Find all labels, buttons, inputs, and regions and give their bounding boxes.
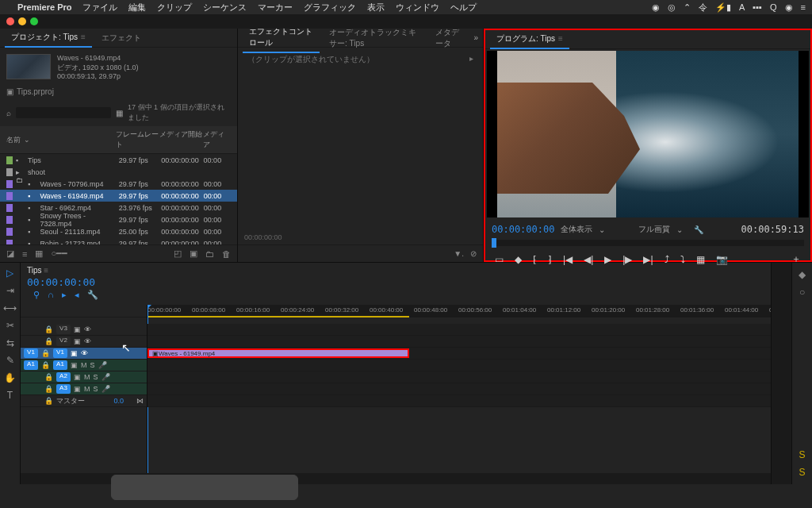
snap-icon[interactable]: ⚲ xyxy=(33,290,40,300)
expand-icon[interactable]: ▸ xyxy=(469,54,473,63)
razor-tool-icon[interactable]: ✂ xyxy=(6,320,14,331)
pen-tool-icon[interactable]: ✎ xyxy=(6,355,14,366)
clip-name: Waves - 61949.mp4 xyxy=(57,54,139,64)
menu-file[interactable]: ファイル xyxy=(82,2,117,13)
project-panel: プロジェクト: Tips≡ エフェクト Waves - 61949.mp4 ビデ… xyxy=(0,29,238,262)
filter-icon[interactable]: ▼. xyxy=(454,249,464,258)
right-sidebar: ◆ ○ S S xyxy=(791,263,812,484)
wrench-icon[interactable]: 🔧 xyxy=(87,290,98,300)
go-out-icon[interactable]: ▶| xyxy=(643,254,653,265)
dropdown-icon[interactable]: ⌄ xyxy=(599,225,605,234)
menu-marker[interactable]: マーカー xyxy=(258,2,293,13)
menu-help[interactable]: ヘルプ xyxy=(450,2,477,13)
wifi-icon[interactable]: 令 xyxy=(699,2,707,13)
go-in-icon[interactable]: |◀ xyxy=(563,254,573,265)
program-timecode-left[interactable]: 00:00:00:00 xyxy=(492,224,554,235)
bin-tool-icon[interactable]: ▦ xyxy=(35,248,43,259)
input-icon[interactable]: A xyxy=(739,2,745,12)
menu-clip[interactable]: クリップ xyxy=(157,2,192,13)
extract-icon[interactable]: ⤵ xyxy=(680,254,685,265)
menu-view[interactable]: 表示 xyxy=(367,2,385,13)
settings-icon[interactable]: 🔧 xyxy=(694,225,703,234)
sort-icon[interactable]: ⌄ xyxy=(24,136,30,144)
insert-icon[interactable]: ◂ xyxy=(75,290,79,300)
search-input[interactable] xyxy=(16,107,111,118)
new-folder-icon[interactable]: 🗀 xyxy=(205,249,214,259)
track-v2[interactable]: 🔒V2▣👁 xyxy=(21,336,147,348)
bin-tool-icon[interactable]: ≡ xyxy=(22,249,27,259)
status-icon[interactable]: ◎ xyxy=(668,2,676,13)
traffic-lights[interactable] xyxy=(0,15,44,28)
link-icon[interactable]: ∩ xyxy=(48,290,54,300)
camera-icon[interactable]: 📷 xyxy=(716,254,728,265)
wifi-icon[interactable]: ⌃ xyxy=(684,2,691,13)
bin-tool-slider[interactable]: ○━━ xyxy=(51,248,67,259)
bin-row[interactable]: ▪Snowy Trees - 7328.mp429.97 fps00:00:00… xyxy=(0,214,237,225)
button-editor-icon[interactable]: ＋ xyxy=(791,252,801,266)
hand-tool-icon[interactable]: ✋ xyxy=(4,372,16,383)
new-item-icon[interactable]: ◰ xyxy=(174,248,182,259)
user-icon[interactable]: ▪▪▪ xyxy=(753,2,762,12)
timeline-tracks[interactable]: 00:00:00:0000:00:08:0000:00:16:0000:00:2… xyxy=(147,305,771,473)
marker-icon[interactable]: ▸ xyxy=(62,290,67,300)
in-point-icon[interactable]: ⁅ xyxy=(533,254,537,265)
bin-row[interactable]: ▪Robin - 21723.mp429.97 fps00:00:00:0000… xyxy=(0,237,237,244)
track-a1[interactable]: A1🔒A1▣MS🎤 xyxy=(21,360,147,371)
zoom-fit[interactable]: 全体表示 xyxy=(561,224,592,235)
timeline-clip[interactable]: ▣ Waves - 61949.mp4 xyxy=(147,348,409,358)
time-ruler[interactable]: 00:00:00:0000:00:08:0000:00:16:0000:00:2… xyxy=(147,305,771,318)
new-bin-icon[interactable]: ▣ xyxy=(190,248,197,259)
marker-icon[interactable]: ◆ xyxy=(515,254,522,265)
filter-icon[interactable]: ▦ xyxy=(116,109,123,117)
battery-icon[interactable]: ⚡▮ xyxy=(715,2,731,13)
bin-row[interactable]: ▪Tips29.97 fps00:00:00:0000:00 xyxy=(0,154,237,166)
quality-select[interactable]: フル画質 xyxy=(638,224,670,235)
program-scrubber[interactable] xyxy=(492,240,804,246)
track-master[interactable]: 🔒マスター0.0⋈ xyxy=(21,395,147,407)
bypass-icon[interactable]: ⊘ xyxy=(470,249,477,258)
tab-effects[interactable]: エフェクト xyxy=(95,29,147,47)
menu-sequence[interactable]: シーケンス xyxy=(203,2,247,13)
track-a2[interactable]: 🔒A2▣MS🎤 xyxy=(21,371,147,383)
menu-edit[interactable]: 編集 xyxy=(128,2,146,13)
program-monitor[interactable] xyxy=(487,51,809,217)
export-frame-icon[interactable]: ▦ xyxy=(696,254,705,265)
track-v3[interactable]: 🔒V3▣👁 xyxy=(21,324,147,336)
marker-in-icon[interactable]: ▭ xyxy=(495,254,504,265)
timeline-timecode[interactable]: 00:00:00:00 xyxy=(27,276,764,288)
menu-graphic[interactable]: グラフィック xyxy=(304,2,356,13)
out-point-icon[interactable]: ⁆ xyxy=(548,254,552,265)
bin-tool-icon[interactable]: ◪ xyxy=(6,248,14,259)
app-name[interactable]: Premiere Pro xyxy=(17,2,71,12)
play-icon[interactable]: ▶ xyxy=(604,254,611,265)
siri-icon[interactable]: ◉ xyxy=(785,2,793,13)
bin-row[interactable]: ▸ 🗀shoot xyxy=(0,166,237,178)
trash-icon[interactable]: 🗑 xyxy=(222,249,231,259)
lift-icon[interactable]: ⤴ xyxy=(665,254,669,265)
tab-program[interactable]: プログラム: Tips≡ xyxy=(490,30,569,49)
clip-thumbnail[interactable] xyxy=(6,54,51,79)
track-select-tool-icon[interactable]: ⇥ xyxy=(6,285,14,296)
sequence-tab[interactable]: Tips xyxy=(27,266,42,275)
menu-window[interactable]: ウィンドウ xyxy=(396,2,439,13)
tab-project[interactable]: プロジェクト: Tips≡ xyxy=(5,29,92,48)
type-tool-icon[interactable]: T xyxy=(7,390,13,401)
bin-row[interactable]: ▪Seoul - 21118.mp425.00 fps00:00:00:0000… xyxy=(0,225,237,237)
step-back-icon[interactable]: ◀| xyxy=(584,254,593,265)
selection-tool-icon[interactable]: ▷ xyxy=(6,267,13,279)
track-v1[interactable]: V1🔒V1▣👁 xyxy=(21,348,147,360)
bin-list[interactable]: ▪Tips29.97 fps00:00:00:0000:00▸ 🗀shoot▪W… xyxy=(0,154,237,244)
circle-tool-icon[interactable]: ○ xyxy=(799,287,805,298)
track-a3[interactable]: 🔒A3▣MS🎤 xyxy=(21,383,147,395)
bin-row[interactable]: ▪Waves - 61949.mp429.97 fps00:00:00:0000… xyxy=(0,190,237,202)
slip-tool-icon[interactable]: ⇆ xyxy=(6,337,14,348)
notif-icon[interactable]: ≡ xyxy=(801,2,806,12)
dropdown-icon[interactable]: ⌄ xyxy=(676,225,683,234)
step-fwd-icon[interactable]: |▶ xyxy=(622,254,632,265)
timeline-scrollbar[interactable] xyxy=(21,473,771,484)
search-icon[interactable]: Q xyxy=(770,2,777,12)
panel-menu-icon[interactable]: » xyxy=(473,33,478,42)
status-icon[interactable]: ◉ xyxy=(652,2,660,13)
bin-row[interactable]: ▪Waves - 70796.mp429.97 fps00:00:00:0000… xyxy=(0,178,237,190)
ripple-tool-icon[interactable]: ⟷ xyxy=(3,302,17,314)
